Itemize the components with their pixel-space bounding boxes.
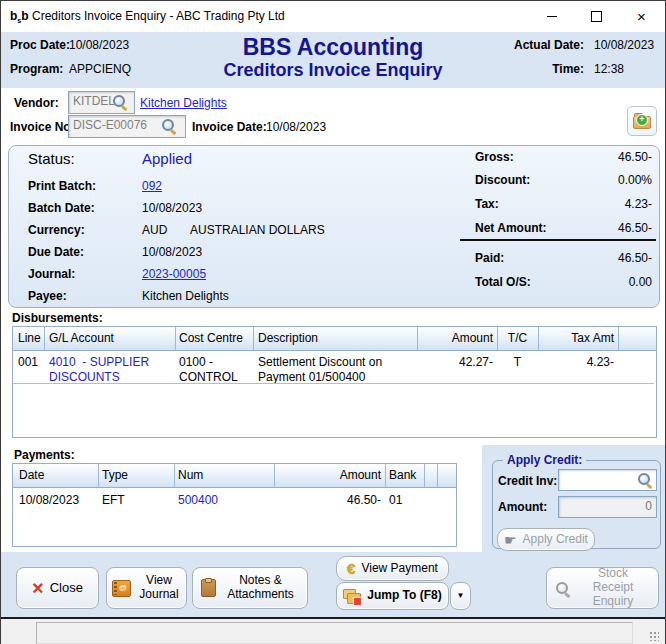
col-pay-amount: Amount [291, 468, 381, 482]
jump-to-dropdown-button[interactable]: ▼ [450, 582, 471, 610]
credit-amount-label: Amount: [498, 500, 547, 514]
col-bank: Bank [389, 468, 416, 482]
disbursements-table: Line G/L Account Cost Centre Description… [12, 326, 657, 438]
disb-cc-line2: CONTROL [179, 370, 238, 384]
journal-icon [112, 580, 131, 597]
invoice-date-value: 10/08/2023 [266, 120, 326, 134]
disb-tax: 4.23- [532, 355, 614, 369]
view-payment-button[interactable]: € View Payment [336, 556, 449, 581]
vendor-label: Vendor: [14, 96, 59, 110]
due-date-value: 10/08/2023 [142, 245, 202, 259]
credit-inv-label: Credit Inv: [498, 474, 557, 488]
clipboard-icon [201, 579, 216, 597]
apply-credit-button[interactable]: ☛ Apply Credit [497, 528, 595, 551]
discount-value: 0.00% [562, 173, 652, 187]
tax-label: Tax: [475, 197, 499, 211]
time-value: 12:38 [594, 62, 624, 76]
euro-icon: € [347, 561, 355, 576]
batch-date-value: 10/08/2023 [142, 201, 202, 215]
vendor-name-link[interactable]: Kitchen Delights [140, 96, 227, 110]
search-icon [556, 581, 571, 596]
jump-to-folders-icon [343, 589, 361, 604]
discount-label: Discount: [475, 173, 530, 187]
disb-amount: 42.27- [411, 355, 493, 369]
gross-label: Gross: [475, 150, 514, 164]
payments-table: Date Type Num Amount Bank 10/08/2023 EFT… [12, 463, 457, 547]
print-batch-label: Print Batch: [28, 179, 96, 193]
jump-to-button[interactable]: Jump To (F8) [336, 582, 449, 610]
pay-bank: 01 [389, 493, 402, 507]
disb-cc-line1: 0100 - [179, 355, 213, 369]
credit-amount-input[interactable]: 0 [558, 496, 657, 518]
credit-inv-lookup-icon[interactable] [638, 472, 653, 487]
currency-name: AUSTRALIAN DOLLARS [190, 223, 325, 237]
apply-credit-title: Apply Credit: [503, 453, 586, 467]
col-cost-centre: Cost Centre [179, 331, 243, 345]
notes-attachments-button[interactable]: Notes & Attachments [192, 567, 308, 609]
total-os-label: Total O/S: [475, 275, 531, 289]
col-type: Type [102, 468, 128, 482]
pay-type: EFT [102, 493, 125, 507]
payments-header: Date Type Num Amount Bank [13, 464, 456, 488]
close-button[interactable]: × Close [16, 567, 99, 609]
disb-line: 001 [18, 355, 38, 369]
totals-divider [460, 239, 656, 241]
hand-icon: ☛ [504, 533, 517, 547]
col-num: Num [178, 468, 203, 482]
currency-code: AUD [142, 223, 167, 237]
paid-value: 46.50- [562, 251, 652, 265]
net-amount-label: Net Amount: [475, 221, 547, 235]
disbursements-label: Disbursements: [12, 311, 103, 325]
status-label: Status: [28, 150, 75, 167]
col-description: Description [258, 331, 318, 345]
payee-label: Payee: [28, 289, 67, 303]
gross-value: 46.50- [562, 150, 652, 164]
pay-amount: 46.50- [291, 493, 381, 507]
status-value: Applied [142, 150, 192, 167]
resize-grip[interactable] [649, 631, 659, 641]
tax-value: 4.23- [562, 197, 652, 211]
payments-label: Payments: [14, 448, 75, 462]
view-journal-button[interactable]: View Journal [106, 567, 187, 609]
net-amount-value: 46.50- [562, 221, 652, 235]
pay-num-link[interactable]: 500400 [178, 493, 218, 507]
stock-receipt-enquiry-button[interactable]: Stock Receipt Enquiry [546, 567, 659, 609]
disb-desc-line1: Settlement Discount on [258, 355, 382, 369]
disb-gl-link-line1[interactable]: 4010 - SUPPLIER [49, 355, 149, 369]
total-os-value: 0.00 [562, 275, 652, 289]
status-bar-panel [36, 622, 633, 644]
actual-date-value: 10/08/2023 [594, 38, 654, 52]
app-icon: bsb [10, 8, 29, 29]
window-title: Creditors Invoice Enquiry - ABC Trading … [32, 9, 285, 23]
close-icon: × [637, 9, 646, 24]
journal-label: Journal: [28, 267, 75, 281]
disb-gl-link-line2[interactable]: DISCOUNTS [49, 370, 120, 384]
close-window-button[interactable]: × [619, 1, 664, 32]
col-gl-account: G/L Account [49, 331, 114, 345]
title-bar: bsb Creditors Invoice Enquiry - ABC Trad… [1, 1, 665, 33]
app-window: bsb Creditors Invoice Enquiry - ABC Trad… [0, 0, 666, 644]
disbursements-header: Line G/L Account Cost Centre Description… [13, 327, 656, 351]
vendor-lookup-icon[interactable] [113, 94, 128, 109]
status-bar [1, 617, 665, 644]
journal-link[interactable]: 2023-00005 [142, 267, 206, 281]
col-line: Line [18, 331, 41, 345]
folder-plus-icon: + [633, 116, 651, 129]
print-batch-link[interactable]: 092 [142, 179, 162, 193]
currency-label: Currency: [28, 223, 85, 237]
actual-date-label: Actual Date: [484, 38, 584, 52]
new-document-button[interactable]: + [627, 106, 657, 136]
invoice-date-label: Invoice Date: [192, 120, 267, 134]
due-date-label: Due Date: [28, 245, 84, 259]
pay-date: 10/08/2023 [19, 493, 79, 507]
disb-desc-line2: Payment 01/500400 [258, 370, 365, 384]
maximize-button[interactable] [574, 1, 619, 32]
col-tax-amt: Tax Amt [532, 331, 614, 345]
chevron-down-icon: ▼ [457, 592, 465, 600]
time-label: Time: [484, 62, 584, 76]
invoice-lookup-icon[interactable] [162, 118, 177, 133]
col-amount: Amount [411, 331, 493, 345]
minimize-button[interactable] [529, 1, 574, 32]
close-x-icon: × [32, 579, 44, 597]
col-date: Date [19, 468, 44, 482]
